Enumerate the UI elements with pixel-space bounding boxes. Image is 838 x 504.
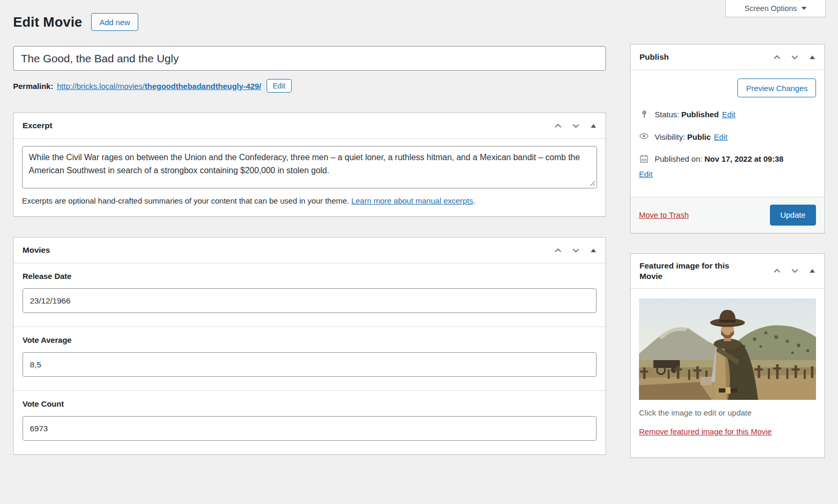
visibility-value: Public (687, 132, 711, 141)
movies-handle-actions (549, 241, 602, 259)
triangle-up-icon (810, 55, 815, 59)
vote-average-label: Vote Average (23, 335, 597, 344)
excerpt-metabox-header: Excerpt (14, 113, 605, 139)
remove-featured-image-link[interactable]: Remove featured image for this Movie (639, 427, 771, 436)
preview-changes-button[interactable]: Preview Changes (737, 79, 816, 97)
edit-status-link[interactable]: Edit (722, 110, 735, 119)
move-to-trash-link[interactable]: Move to Trash (639, 210, 689, 219)
move-up-button[interactable] (549, 241, 567, 259)
vote-count-field: Vote Count (14, 390, 605, 454)
vote-count-input[interactable] (23, 416, 597, 441)
release-date-label: Release Date (23, 272, 597, 281)
vote-count-label: Vote Count (23, 399, 597, 408)
status-value: Published (681, 110, 719, 119)
permalink-label: Permalink: (13, 82, 53, 91)
excerpt-handle-actions (549, 117, 602, 135)
sidebar-column: Publish Preview Changes Status:Published… (630, 0, 825, 458)
learn-more-excerpts-link[interactable]: Learn more about manual excerpts (351, 196, 473, 205)
publish-metabox: Publish Preview Changes Status:Published… (630, 44, 825, 233)
publish-handle-actions (768, 48, 821, 66)
update-button[interactable]: Update (770, 205, 816, 226)
chevron-up-icon (554, 246, 563, 255)
main-column: Edit Movie Add new Permalink: http://bri… (13, 0, 606, 455)
add-new-button[interactable]: Add new (91, 13, 138, 31)
published-on-value: Nov 17, 2022 at 09:38 (704, 154, 784, 163)
publish-actions: Move to Trash Update (631, 197, 824, 233)
move-down-button[interactable] (567, 241, 585, 259)
publish-metabox-title: Publish (639, 52, 669, 63)
edit-visibility-link[interactable]: Edit (714, 132, 727, 141)
excerpt-help-text: Excerpts are optional hand-crafted summa… (22, 196, 597, 205)
toggle-panel-button[interactable] (803, 48, 821, 66)
pin-icon (639, 109, 649, 119)
chevron-down-icon (790, 53, 799, 62)
featured-image-metabox: Featured image for this Movie (630, 253, 825, 458)
permalink: Permalink: http://bricks.local/movies/th… (13, 79, 606, 93)
page-header: Edit Movie Add new (13, 12, 606, 32)
edit-permalink-button[interactable]: Edit (267, 79, 292, 93)
western-movie-still (639, 298, 816, 400)
toggle-panel-button[interactable] (585, 117, 602, 135)
toggle-panel-button[interactable] (585, 241, 602, 259)
triangle-up-icon (810, 269, 815, 273)
edit-movie-page: Screen Options Edit Movie Add new Permal… (0, 0, 838, 504)
page-title: Edit Movie (13, 14, 82, 30)
featured-image-body: Click the image to edit or update Remove… (631, 289, 824, 457)
movies-metabox-title: Movies (23, 245, 50, 256)
published-on-row: Published on:Nov 17, 2022 at 09:38 (639, 154, 816, 164)
triangle-up-icon (591, 124, 596, 128)
chevron-down-icon (571, 121, 580, 130)
featured-handle-actions (768, 262, 821, 280)
chevron-up-icon (554, 121, 563, 130)
movies-metabox-header: Movies (14, 238, 605, 263)
excerpt-textarea[interactable]: While the Civil War rages on between the… (22, 146, 597, 188)
publish-metabox-header: Publish (631, 44, 824, 70)
chevron-up-icon (773, 266, 781, 275)
move-down-button[interactable] (567, 117, 585, 135)
permalink-url-base: http://bricks.local/movies/ (57, 82, 145, 91)
chevron-down-icon (571, 246, 580, 255)
eye-icon (639, 132, 649, 140)
release-date-field: Release Date (14, 263, 605, 327)
move-up-button[interactable] (549, 117, 567, 135)
move-up-button[interactable] (768, 262, 786, 280)
published-on-label: Published on: (655, 154, 702, 163)
excerpt-metabox-title: Excerpt (23, 120, 52, 131)
featured-image-caption: Click the image to edit or update (639, 408, 816, 417)
post-title-input[interactable] (13, 46, 606, 71)
move-up-button[interactable] (768, 48, 786, 66)
visibility-label: Visibility: (655, 132, 685, 141)
publish-metabox-body: Preview Changes Status:PublishedEdit Vis… (631, 70, 824, 188)
featured-image-title: Featured image for this Movie (639, 261, 754, 283)
triangle-up-icon (591, 249, 596, 252)
visibility-row: Visibility:PublicEdit (639, 132, 816, 142)
featured-image-header: Featured image for this Movie (631, 254, 824, 289)
release-date-input[interactable] (23, 288, 597, 313)
chevron-up-icon (773, 53, 781, 62)
calendar-icon (639, 154, 649, 163)
excerpt-metabox-body: While the Civil War rages on between the… (14, 139, 605, 216)
move-down-button[interactable] (786, 262, 803, 280)
permalink-link[interactable]: http://bricks.local/movies/thegoodthebad… (57, 82, 261, 91)
status-label: Status: (655, 110, 679, 119)
permalink-url-slug: thegoodthebadandtheugly-429/ (145, 82, 261, 91)
edit-date-link[interactable]: Edit (639, 170, 653, 178)
vote-average-input[interactable] (23, 352, 597, 377)
toggle-panel-button[interactable] (803, 262, 821, 280)
featured-image[interactable] (639, 298, 816, 400)
move-down-button[interactable] (786, 48, 803, 66)
movies-metabox: Movies Release Date Vote Average Vote Co… (13, 237, 606, 455)
chevron-down-icon (790, 266, 799, 275)
vote-average-field: Vote Average (14, 327, 605, 390)
status-row: Status:PublishedEdit (639, 109, 816, 120)
excerpt-metabox: Excerpt While the Civil War rages on bet… (13, 113, 606, 217)
